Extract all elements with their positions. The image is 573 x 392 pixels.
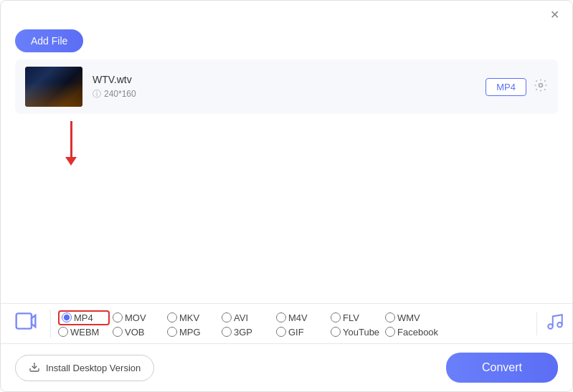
- file-thumbnail: [25, 67, 82, 107]
- title-bar: ✕: [1, 1, 572, 25]
- radio-mov[interactable]: [113, 312, 123, 322]
- format-option-vob[interactable]: VOB: [113, 327, 164, 338]
- bottom-bar: Install Desktop Version Convert: [1, 343, 572, 391]
- svg-point-3: [557, 322, 562, 328]
- file-list: WTV.wtv ⓘ 240*160 MP4: [1, 59, 572, 114]
- main-content: MP4 MOV MKV AVI: [1, 114, 572, 343]
- radio-m4v[interactable]: [276, 312, 286, 322]
- format-option-mp4[interactable]: MP4: [58, 310, 110, 325]
- radio-flv[interactable]: [331, 312, 341, 322]
- label-gif: GIF: [288, 327, 304, 338]
- label-vob: VOB: [125, 327, 144, 338]
- file-name: WTV.wtv: [93, 74, 475, 85]
- download-icon: [29, 361, 40, 375]
- format-option-mpg[interactable]: MPG: [167, 327, 219, 338]
- file-actions: MP4: [486, 78, 548, 96]
- gear-icon: [534, 78, 548, 92]
- arrow-shaft: [70, 121, 72, 157]
- format-row-2: WEBM VOB MPG 3GP: [58, 327, 529, 338]
- label-mkv: MKV: [179, 312, 199, 323]
- label-webm: WEBM: [70, 327, 99, 338]
- file-meta: ⓘ 240*160: [93, 88, 475, 100]
- format-option-gif[interactable]: GIF: [276, 327, 328, 338]
- format-option-webm[interactable]: WEBM: [58, 327, 110, 338]
- video-format-icon-area[interactable]: [1, 310, 51, 338]
- arrow-container: [65, 121, 77, 166]
- format-option-mkv[interactable]: MKV: [167, 312, 219, 323]
- radio-mkv[interactable]: [167, 312, 177, 322]
- install-desktop-button[interactable]: Install Desktop Version: [15, 355, 154, 381]
- format-badge[interactable]: MP4: [486, 78, 526, 96]
- format-options: MP4 MOV MKV AVI: [51, 310, 536, 338]
- close-button[interactable]: ✕: [547, 8, 562, 22]
- format-option-youtube[interactable]: YouTube: [331, 327, 382, 338]
- radio-avi[interactable]: [222, 312, 232, 322]
- svg-rect-1: [16, 313, 31, 328]
- file-item: WTV.wtv ⓘ 240*160 MP4: [15, 59, 558, 114]
- arrow-head: [65, 157, 77, 166]
- format-option-avi[interactable]: AVI: [222, 312, 273, 323]
- label-flv: FLV: [343, 312, 359, 323]
- radio-webm[interactable]: [58, 327, 68, 337]
- install-label: Install Desktop Version: [46, 363, 141, 373]
- add-file-button[interactable]: Add File: [15, 29, 83, 52]
- file-info: WTV.wtv ⓘ 240*160: [93, 74, 475, 100]
- convert-button[interactable]: Convert: [446, 353, 558, 383]
- audio-icon-area[interactable]: [536, 312, 572, 335]
- arrow-area: [1, 114, 572, 303]
- label-mpg: MPG: [179, 327, 201, 338]
- video-icon: [14, 310, 37, 338]
- format-option-wmv[interactable]: WMV: [385, 312, 437, 323]
- radio-mpg[interactable]: [167, 327, 177, 337]
- format-option-3gp[interactable]: 3GP: [222, 327, 273, 338]
- music-icon: [546, 312, 564, 335]
- toolbar: Add File: [1, 25, 572, 59]
- format-option-mov[interactable]: MOV: [113, 312, 164, 323]
- format-option-flv[interactable]: FLV: [331, 312, 382, 323]
- label-youtube: YouTube: [343, 327, 379, 338]
- radio-mp4[interactable]: [62, 312, 72, 322]
- label-facebook: Facebook: [397, 327, 438, 338]
- format-bar: MP4 MOV MKV AVI: [1, 303, 572, 343]
- format-option-facebook[interactable]: Facebook: [385, 327, 438, 338]
- label-wmv: WMV: [397, 312, 420, 323]
- format-row-1: MP4 MOV MKV AVI: [58, 310, 529, 325]
- svg-point-2: [548, 324, 553, 329]
- label-mov: MOV: [125, 312, 146, 323]
- format-option-m4v[interactable]: M4V: [276, 312, 328, 323]
- svg-point-0: [539, 83, 543, 87]
- file-resolution: 240*160: [104, 89, 136, 99]
- info-icon: ⓘ: [93, 88, 101, 100]
- radio-wmv[interactable]: [385, 312, 395, 322]
- main-window: ✕ Add File WTV.wtv ⓘ 240*160 MP4: [0, 0, 573, 392]
- radio-gif[interactable]: [276, 327, 286, 337]
- radio-youtube[interactable]: [331, 327, 341, 337]
- label-mp4: MP4: [74, 312, 93, 323]
- label-3gp: 3GP: [234, 327, 252, 338]
- radio-3gp[interactable]: [222, 327, 232, 337]
- radio-facebook[interactable]: [385, 327, 395, 337]
- radio-vob[interactable]: [113, 327, 123, 337]
- label-avi: AVI: [234, 312, 248, 323]
- label-m4v: M4V: [288, 312, 308, 323]
- settings-button[interactable]: [534, 78, 548, 96]
